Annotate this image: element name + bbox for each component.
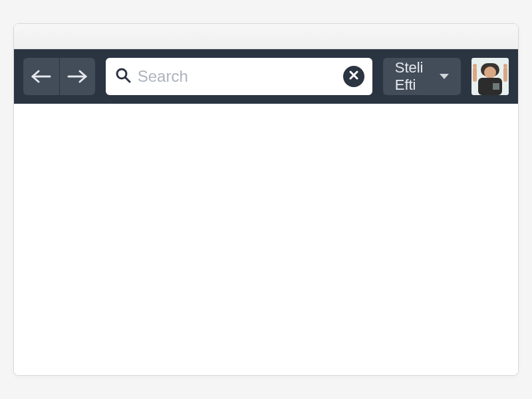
close-icon <box>349 70 358 82</box>
app-window: Steli Efti <box>13 23 519 376</box>
toolbar: Steli Efti <box>14 49 518 104</box>
content-area <box>14 104 518 375</box>
svg-rect-11 <box>473 67 477 82</box>
svg-point-8 <box>484 66 496 78</box>
search-input[interactable] <box>138 67 336 86</box>
arrow-right-icon <box>66 70 88 83</box>
forward-button[interactable] <box>59 58 95 95</box>
user-avatar[interactable] <box>471 58 509 95</box>
svg-point-14 <box>503 64 507 68</box>
search-icon <box>115 67 131 86</box>
user-name-label: Steli Efti <box>395 59 430 94</box>
nav-buttons <box>23 58 95 95</box>
chevron-down-icon <box>440 74 449 79</box>
window-titlebar <box>14 24 518 49</box>
search-box <box>106 58 372 95</box>
user-dropdown[interactable]: Steli Efti <box>383 58 461 95</box>
clear-search-button[interactable] <box>343 66 364 87</box>
arrow-left-icon <box>30 70 53 83</box>
svg-line-3 <box>125 78 130 82</box>
svg-rect-10 <box>493 83 499 90</box>
svg-point-13 <box>473 64 477 68</box>
back-button[interactable] <box>23 58 59 95</box>
svg-rect-12 <box>503 67 507 82</box>
